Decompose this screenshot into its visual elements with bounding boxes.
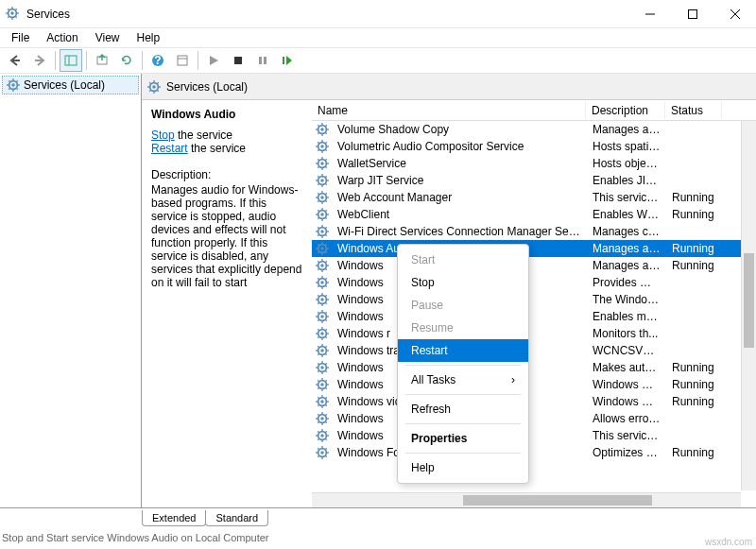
stop-service-button[interactable] [227,49,249,72]
menu-help[interactable]: Help [129,29,168,46]
minimize-button[interactable] [628,0,671,28]
service-name-cell: WalletService [332,157,587,170]
service-row[interactable]: WindowsThis service ... [312,427,756,444]
service-icon [316,123,329,136]
services-list: Name Description Status Volume Shadow Co… [312,100,756,507]
horizontal-scrollbar[interactable] [312,492,741,507]
service-row[interactable]: Windows rMonitors th... [312,325,756,342]
pause-service-button[interactable] [251,49,274,72]
content-header-label: Services (Local) [166,80,248,94]
toolbar-separator [86,51,87,70]
column-name[interactable]: Name [312,102,586,119]
start-service-button[interactable] [202,49,225,72]
service-row[interactable]: WindowsEnables mul... [312,308,756,325]
svg-rect-21 [178,56,187,65]
menu-item-restart[interactable]: Restart [398,339,528,362]
export-button[interactable] [91,49,113,72]
service-desc-cell: Manages co... [587,225,666,238]
service-icon [316,191,329,204]
tree-root-item[interactable]: Services (Local) [2,76,139,94]
service-row[interactable]: WebClientEnables Win...Running [312,206,756,223]
service-desc-cell: The Window... [587,293,666,306]
menu-item-refresh[interactable]: Refresh [398,398,528,420]
service-desc-cell: Monitors th... [587,327,666,340]
service-row[interactable]: Wi-Fi Direct Services Connection Manager… [312,223,756,240]
service-name-cell: WebClient [332,208,587,221]
stop-link[interactable]: Stop [151,129,175,142]
description-text: Manages audio for Windows-based programs… [151,183,302,289]
service-desc-cell: Windows De... [587,378,666,391]
forward-button[interactable] [28,49,51,72]
service-status-cell: Running [666,191,723,204]
restart-service-button[interactable] [276,49,299,72]
service-desc-cell: Allows errors... [587,412,666,425]
description-label: Description: [151,168,302,181]
service-row[interactable]: Windows viceWindows En...Running [312,393,756,410]
service-row[interactable]: WindowsThe Window... [312,291,756,308]
service-row[interactable]: WalletServiceHosts object... [312,155,756,172]
service-icon [316,157,329,170]
service-status-cell: Running [666,378,723,391]
view-tabs: Extended Standard [142,510,267,526]
menu-item-resume: Resume [398,317,528,339]
service-icon [316,429,329,442]
menu-file[interactable]: File [4,29,37,46]
titlebar: Services [0,0,756,28]
service-icon [316,225,329,238]
close-button[interactable] [713,0,756,28]
menu-item-stop[interactable]: Stop [398,271,528,294]
scrollbar-thumb[interactable] [744,253,754,348]
service-row[interactable]: Windows Font Cache ServiceOptimizes p...… [312,444,756,461]
menu-divider [405,453,521,454]
maximize-button[interactable] [671,0,713,28]
help-button[interactable]: ? [146,49,169,72]
service-row[interactable]: WindowsMakes auto...Running [312,359,756,376]
service-desc-cell: Manages au... [587,259,666,272]
menu-item-help[interactable]: Help [398,456,528,479]
properties-button[interactable] [171,49,194,72]
service-status-cell: Running [666,208,723,221]
service-row[interactable]: Warp JIT ServiceEnables JIT c... [312,172,756,189]
service-row[interactable]: Windows AudioManages au...Running [312,240,756,257]
service-status-cell: Running [666,395,723,408]
scrollbar-thumb[interactable] [463,495,652,506]
svg-rect-16 [65,56,77,65]
service-row[interactable]: WindowsManages au...Running [312,257,756,274]
tab-extended[interactable]: Extended [142,510,206,526]
watermark: wsxdn.com [705,537,752,547]
service-row[interactable]: WindowsProvides Wi... [312,274,756,291]
column-status[interactable]: Status [665,102,722,119]
service-row[interactable]: Volume Shadow CopyManages an... [312,121,756,138]
tree-root-label: Services (Local) [24,78,105,92]
show-hide-tree-button[interactable] [60,49,82,72]
svg-rect-24 [259,57,262,64]
service-icon [316,446,329,459]
service-row[interactable]: WindowsAllows errors... [312,410,756,427]
menu-item-all-tasks[interactable]: All Tasks› [398,369,528,391]
menu-item-properties[interactable]: Properties [398,427,528,450]
service-row[interactable]: Windows trarWCNCSVC h... [312,342,756,359]
restart-link[interactable]: Restart [151,142,188,155]
service-desc-cell: Enables Win... [587,208,666,221]
menu-action[interactable]: Action [39,29,85,46]
svg-rect-26 [283,57,284,64]
service-row[interactable]: Volumetric Audio Compositor ServiceHosts… [312,138,756,155]
service-icon [316,310,329,323]
service-icon [316,276,329,289]
column-description[interactable]: Description [586,102,665,119]
tab-standard[interactable]: Standard [205,510,268,526]
svg-rect-23 [234,57,242,64]
service-row[interactable]: WindowsWindows De...Running [312,376,756,393]
menu-view[interactable]: View [88,29,128,46]
service-status-cell: Running [666,446,723,459]
vertical-scrollbar[interactable] [741,121,756,490]
back-button[interactable] [4,49,26,72]
service-row[interactable]: Web Account ManagerThis service i...Runn… [312,189,756,206]
service-icon [316,395,329,408]
menu-divider [405,423,521,424]
refresh-button[interactable] [115,49,138,72]
service-desc-cell: This service ... [587,429,666,442]
service-desc-cell: Hosts spatial... [587,140,666,153]
menubar: File Action View Help [0,28,756,47]
window-title: Services [26,8,628,21]
